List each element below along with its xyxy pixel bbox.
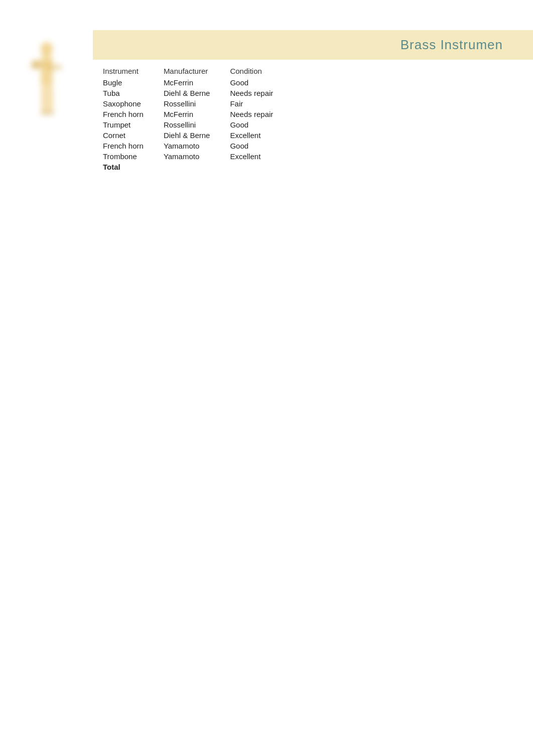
- cell-instrument-1: Tuba: [103, 88, 164, 98]
- svg-point-0: [41, 42, 53, 56]
- cell-manufacturer-1: Diehl & Berne: [164, 88, 230, 98]
- cell-condition-5: Excellent: [230, 130, 293, 141]
- table-row: Total: [103, 162, 293, 172]
- cell-instrument-0: Bugle: [103, 77, 164, 88]
- cell-manufacturer-2: Rossellini: [164, 98, 230, 109]
- cell-condition-6: Good: [230, 141, 293, 151]
- instruments-table: Instrument Manufacturer Condition BugleM…: [103, 65, 293, 172]
- trumpet-image: [0, 30, 93, 171]
- cell-manufacturer-5: Diehl & Berne: [164, 130, 230, 141]
- cell-manufacturer-0: McFerrin: [164, 77, 230, 88]
- svg-rect-9: [33, 64, 50, 67]
- cell-condition-1: Needs repair: [230, 88, 293, 98]
- cell-instrument-8: Total: [103, 162, 164, 172]
- page-container: Brass Instrumen Instrument Manufacturer …: [0, 0, 533, 756]
- table-row: CornetDiehl & BerneExcellent: [103, 130, 293, 141]
- table-row: French hornMcFerrinNeeds repair: [103, 109, 293, 119]
- svg-rect-6: [48, 86, 53, 111]
- page-title: Brass Instrumen: [103, 37, 503, 53]
- table-row: TrumpetRosselliniGood: [103, 119, 293, 130]
- col-header-condition: Condition: [230, 65, 293, 77]
- table-row: SaxophoneRosselliniFair: [103, 98, 293, 109]
- cell-instrument-2: Saxophone: [103, 98, 164, 109]
- cell-manufacturer-6: Yamamoto: [164, 141, 230, 151]
- title-bar: Brass Instrumen: [93, 30, 533, 60]
- table-row: TromboneYamamotoExcellent: [103, 151, 293, 162]
- svg-rect-5: [42, 86, 47, 111]
- cell-condition-3: Needs repair: [230, 109, 293, 119]
- table-header-row: Instrument Manufacturer Condition: [103, 65, 293, 77]
- cell-manufacturer-3: McFerrin: [164, 109, 230, 119]
- cell-manufacturer-7: Yamamoto: [164, 151, 230, 162]
- cell-condition-7: Excellent: [230, 151, 293, 162]
- table-area: Instrument Manufacturer Condition BugleM…: [93, 60, 533, 177]
- table-row: French hornYamamotoGood: [103, 141, 293, 151]
- col-header-instrument: Instrument: [103, 65, 164, 77]
- cell-instrument-6: French horn: [103, 141, 164, 151]
- svg-rect-3: [53, 65, 62, 69]
- cell-instrument-4: Trumpet: [103, 119, 164, 130]
- cell-instrument-5: Cornet: [103, 130, 164, 141]
- cell-manufacturer-8: [164, 162, 230, 172]
- cell-condition-2: Fair: [230, 98, 293, 109]
- cell-manufacturer-4: Rossellini: [164, 119, 230, 130]
- col-header-manufacturer: Manufacturer: [164, 65, 230, 77]
- table-row: BugleMcFerrinGood: [103, 77, 293, 88]
- svg-point-8: [46, 111, 54, 115]
- cell-instrument-7: Trombone: [103, 151, 164, 162]
- cell-instrument-3: French horn: [103, 109, 164, 119]
- cell-condition-0: Good: [230, 77, 293, 88]
- table-row: TubaDiehl & BerneNeeds repair: [103, 88, 293, 98]
- svg-rect-10: [49, 62, 52, 72]
- content-area: Brass Instrumen Instrument Manufacturer …: [93, 30, 533, 177]
- cell-condition-8: [230, 162, 293, 172]
- cell-condition-4: Good: [230, 119, 293, 130]
